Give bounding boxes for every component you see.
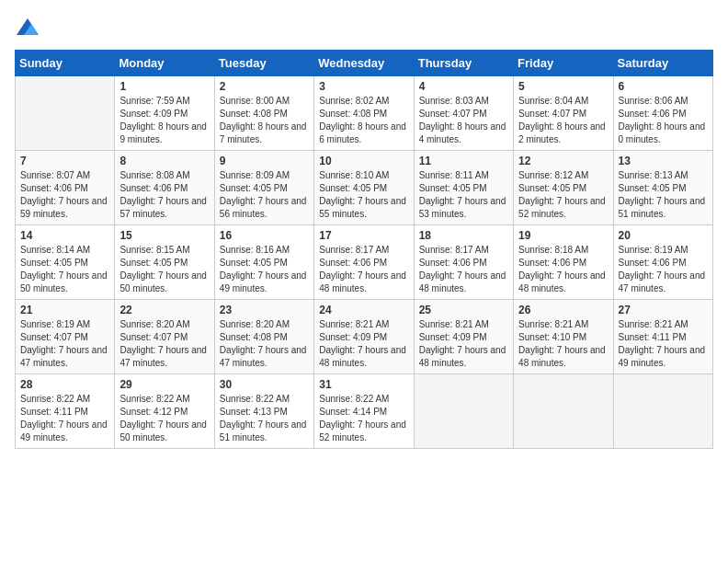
day-info: Sunrise: 8:03 AMSunset: 4:07 PMDaylight:… xyxy=(419,95,508,146)
day-info: Sunrise: 8:02 AMSunset: 4:08 PMDaylight:… xyxy=(319,95,408,146)
day-info: Sunrise: 8:07 AMSunset: 4:06 PMDaylight:… xyxy=(20,169,109,221)
calendar-cell xyxy=(613,374,712,449)
day-number: 26 xyxy=(518,304,608,316)
day-info: Sunrise: 8:21 AMSunset: 4:10 PMDaylight:… xyxy=(518,318,608,370)
day-info: Sunrise: 8:08 AMSunset: 4:06 PMDaylight:… xyxy=(119,169,209,221)
day-info: Sunrise: 8:04 AMSunset: 4:07 PMDaylight:… xyxy=(518,95,608,146)
day-info: Sunrise: 8:11 AMSunset: 4:05 PMDaylight:… xyxy=(419,169,508,221)
week-row-3: 21Sunrise: 8:19 AMSunset: 4:07 PMDayligh… xyxy=(16,300,713,374)
calendar-cell: 8Sunrise: 8:08 AMSunset: 4:06 PMDaylight… xyxy=(115,151,214,225)
calendar-cell: 23Sunrise: 8:20 AMSunset: 4:08 PMDayligh… xyxy=(214,300,313,374)
day-number: 19 xyxy=(518,229,608,242)
week-row-2: 14Sunrise: 8:14 AMSunset: 4:05 PMDayligh… xyxy=(16,225,713,300)
day-info: Sunrise: 8:00 AMSunset: 4:08 PMDaylight:… xyxy=(220,95,309,146)
week-row-0: 1Sunrise: 7:59 AMSunset: 4:09 PMDaylight… xyxy=(16,76,713,151)
day-number: 1 xyxy=(119,80,209,93)
day-info: Sunrise: 8:19 AMSunset: 4:06 PMDaylight:… xyxy=(619,244,708,295)
day-info: Sunrise: 8:16 AMSunset: 4:05 PMDaylight:… xyxy=(220,244,309,295)
day-number: 28 xyxy=(20,378,109,391)
calendar-cell: 30Sunrise: 8:22 AMSunset: 4:13 PMDayligh… xyxy=(214,374,313,449)
calendar-cell: 15Sunrise: 8:15 AMSunset: 4:05 PMDayligh… xyxy=(115,225,214,300)
day-number: 21 xyxy=(20,304,109,316)
day-info: Sunrise: 8:17 AMSunset: 4:06 PMDaylight:… xyxy=(319,244,408,295)
calendar-cell: 24Sunrise: 8:21 AMSunset: 4:09 PMDayligh… xyxy=(314,300,414,374)
calendar-cell: 6Sunrise: 8:06 AMSunset: 4:06 PMDaylight… xyxy=(613,76,712,151)
calendar-cell: 13Sunrise: 8:13 AMSunset: 4:05 PMDayligh… xyxy=(613,151,712,225)
day-number: 12 xyxy=(518,155,608,167)
day-number: 14 xyxy=(20,229,109,242)
day-info: Sunrise: 8:14 AMSunset: 4:05 PMDaylight:… xyxy=(20,244,109,295)
day-number: 27 xyxy=(619,304,708,316)
calendar-cell: 4Sunrise: 8:03 AMSunset: 4:07 PMDaylight… xyxy=(414,76,513,151)
day-info: Sunrise: 8:21 AMSunset: 4:09 PMDaylight:… xyxy=(319,318,408,370)
calendar-cell: 25Sunrise: 8:21 AMSunset: 4:09 PMDayligh… xyxy=(414,300,513,374)
day-number: 2 xyxy=(220,80,309,93)
day-number: 9 xyxy=(220,155,309,167)
calendar-cell: 20Sunrise: 8:19 AMSunset: 4:06 PMDayligh… xyxy=(613,225,712,300)
week-row-4: 28Sunrise: 8:22 AMSunset: 4:11 PMDayligh… xyxy=(16,374,713,449)
day-number: 16 xyxy=(220,229,309,242)
col-header-friday: Friday xyxy=(514,51,613,76)
col-header-saturday: Saturday xyxy=(613,51,712,76)
col-header-sunday: Sunday xyxy=(16,51,115,76)
calendar-cell: 29Sunrise: 8:22 AMSunset: 4:12 PMDayligh… xyxy=(115,374,214,449)
col-header-tuesday: Tuesday xyxy=(214,51,313,76)
day-info: Sunrise: 8:22 AMSunset: 4:14 PMDaylight:… xyxy=(319,393,408,444)
day-info: Sunrise: 8:12 AMSunset: 4:05 PMDaylight:… xyxy=(518,169,608,221)
day-info: Sunrise: 8:20 AMSunset: 4:07 PMDaylight:… xyxy=(119,318,209,370)
day-number: 30 xyxy=(220,378,309,391)
calendar-cell: 10Sunrise: 8:10 AMSunset: 4:05 PMDayligh… xyxy=(314,151,414,225)
calendar-cell: 1Sunrise: 7:59 AMSunset: 4:09 PMDaylight… xyxy=(115,76,214,151)
calendar-cell: 31Sunrise: 8:22 AMSunset: 4:14 PMDayligh… xyxy=(314,374,414,449)
day-number: 5 xyxy=(518,80,608,93)
calendar-table: SundayMondayTuesdayWednesdayThursdayFrid… xyxy=(15,50,713,449)
day-info: Sunrise: 7:59 AMSunset: 4:09 PMDaylight:… xyxy=(119,95,209,146)
day-number: 15 xyxy=(119,229,209,242)
day-number: 3 xyxy=(319,80,408,93)
col-header-monday: Monday xyxy=(115,51,214,76)
calendar-cell: 14Sunrise: 8:14 AMSunset: 4:05 PMDayligh… xyxy=(16,225,115,300)
day-number: 25 xyxy=(419,304,508,316)
day-number: 22 xyxy=(119,304,209,316)
week-row-1: 7Sunrise: 8:07 AMSunset: 4:06 PMDaylight… xyxy=(16,151,713,225)
calendar-cell xyxy=(514,374,613,449)
day-number: 31 xyxy=(319,378,408,391)
calendar-cell: 9Sunrise: 8:09 AMSunset: 4:05 PMDaylight… xyxy=(214,151,313,225)
calendar-cell: 22Sunrise: 8:20 AMSunset: 4:07 PMDayligh… xyxy=(115,300,214,374)
day-info: Sunrise: 8:22 AMSunset: 4:12 PMDaylight:… xyxy=(119,393,209,444)
day-info: Sunrise: 8:21 AMSunset: 4:09 PMDaylight:… xyxy=(419,318,508,370)
calendar-cell: 16Sunrise: 8:16 AMSunset: 4:05 PMDayligh… xyxy=(214,225,313,300)
calendar-cell: 27Sunrise: 8:21 AMSunset: 4:11 PMDayligh… xyxy=(613,300,712,374)
day-number: 4 xyxy=(419,80,508,93)
day-info: Sunrise: 8:09 AMSunset: 4:05 PMDaylight:… xyxy=(220,169,309,221)
calendar-cell: 11Sunrise: 8:11 AMSunset: 4:05 PMDayligh… xyxy=(414,151,513,225)
calendar-cell: 7Sunrise: 8:07 AMSunset: 4:06 PMDaylight… xyxy=(16,151,115,225)
day-info: Sunrise: 8:15 AMSunset: 4:05 PMDaylight:… xyxy=(119,244,209,295)
day-number: 29 xyxy=(119,378,209,391)
day-info: Sunrise: 8:20 AMSunset: 4:08 PMDaylight:… xyxy=(220,318,309,370)
calendar-cell: 12Sunrise: 8:12 AMSunset: 4:05 PMDayligh… xyxy=(514,151,613,225)
calendar-cell xyxy=(16,76,115,151)
col-header-wednesday: Wednesday xyxy=(314,51,414,76)
day-info: Sunrise: 8:22 AMSunset: 4:11 PMDaylight:… xyxy=(20,393,109,444)
day-number: 6 xyxy=(619,80,708,93)
col-header-thursday: Thursday xyxy=(414,51,513,76)
day-info: Sunrise: 8:06 AMSunset: 4:06 PMDaylight:… xyxy=(619,95,708,146)
day-number: 13 xyxy=(619,155,708,167)
day-number: 20 xyxy=(619,229,708,242)
calendar-cell: 26Sunrise: 8:21 AMSunset: 4:10 PMDayligh… xyxy=(514,300,613,374)
day-number: 24 xyxy=(319,304,408,316)
calendar-cell: 5Sunrise: 8:04 AMSunset: 4:07 PMDaylight… xyxy=(514,76,613,151)
day-info: Sunrise: 8:22 AMSunset: 4:13 PMDaylight:… xyxy=(220,393,309,444)
calendar-cell: 3Sunrise: 8:02 AMSunset: 4:08 PMDaylight… xyxy=(314,76,414,151)
day-info: Sunrise: 8:19 AMSunset: 4:07 PMDaylight:… xyxy=(20,318,109,370)
calendar-cell: 18Sunrise: 8:17 AMSunset: 4:06 PMDayligh… xyxy=(414,225,513,300)
days-header-row: SundayMondayTuesdayWednesdayThursdayFrid… xyxy=(16,51,713,76)
calendar-cell: 2Sunrise: 8:00 AMSunset: 4:08 PMDaylight… xyxy=(214,76,313,151)
day-info: Sunrise: 8:21 AMSunset: 4:11 PMDaylight:… xyxy=(619,318,708,370)
calendar-cell xyxy=(414,374,513,449)
day-number: 18 xyxy=(419,229,508,242)
calendar-cell: 19Sunrise: 8:18 AMSunset: 4:06 PMDayligh… xyxy=(514,225,613,300)
day-number: 8 xyxy=(119,155,209,167)
day-info: Sunrise: 8:18 AMSunset: 4:06 PMDaylight:… xyxy=(518,244,608,295)
